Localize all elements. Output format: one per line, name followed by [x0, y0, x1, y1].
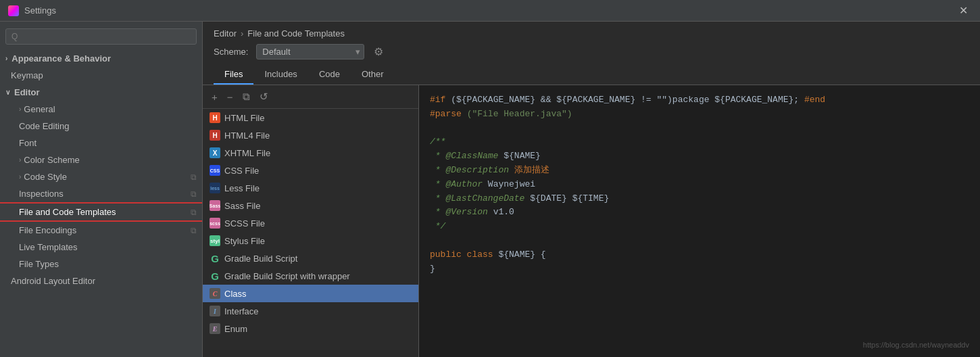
sidebar-item-label: Live Templates — [19, 242, 77, 252]
sidebar-item-label: General — [24, 104, 55, 114]
sidebar-item-label: Keymap — [11, 70, 43, 80]
sidebar-item-file-encodings[interactable]: File Encodings ⧉ — [0, 222, 202, 239]
code-line-lastchangedate: * @LastChangeDate ${DATE} ${TIME} — [430, 192, 969, 206]
code-keyword-if: #if — [430, 95, 445, 105]
code-preview-panel: #if (${PACKAGE_NAME} && ${PACKAGE_NAME} … — [419, 85, 980, 357]
template-list-panel: + − ⧉ ↺ H HTML File H HTML4 File — [203, 85, 419, 357]
code-line-author: * @Author Waynejwei — [430, 178, 969, 192]
template-item-label: XHTML File — [224, 148, 270, 158]
breadcrumb-editor: Editor — [214, 28, 237, 39]
template-item-label: HTML File — [224, 113, 264, 123]
html4-file-icon: H — [210, 130, 220, 141]
scheme-select[interactable]: Default Custom — [256, 44, 364, 60]
watermark: https://blog.csdn.net/wayneaddv — [863, 339, 969, 352]
template-item-class[interactable]: C Class — [203, 285, 418, 302]
tab-includes[interactable]: Includes — [253, 65, 308, 85]
sidebar-item-inspections[interactable]: Inspections ⧉ — [0, 185, 202, 202]
sidebar-item-label: Inspections — [19, 189, 64, 199]
copy-button[interactable]: ⧉ — [239, 89, 253, 104]
template-item-stylus[interactable]: styl Stylus File — [203, 232, 418, 249]
tab-files[interactable]: Files — [214, 65, 253, 85]
template-item-html4[interactable]: H HTML4 File — [203, 126, 418, 144]
expand-arrow-icon: › — [19, 156, 21, 164]
sidebar-item-file-code-templates[interactable]: File and Code Templates ⧉ — [0, 202, 202, 222]
code-line-jsdoc-end: */ — [430, 220, 969, 234]
template-item-label: Gradle Build Script — [224, 254, 297, 264]
template-item-label: HTML4 File — [224, 130, 270, 141]
sidebar-item-live-templates[interactable]: Live Templates — [0, 239, 202, 256]
scheme-select-wrapper: Default Custom — [256, 44, 364, 60]
sass-file-icon: Sass — [210, 200, 220, 211]
html-file-icon: H — [210, 112, 220, 123]
badge-icon: ⧉ — [191, 189, 197, 199]
sidebar-item-appearance[interactable]: › Appearance & Behavior — [0, 50, 202, 67]
sidebar-item-label: File Encodings — [19, 225, 76, 235]
sidebar-item-keymap[interactable]: Keymap — [0, 67, 202, 84]
sidebar-item-label: Android Layout Editor — [11, 276, 95, 286]
class-file-icon: C — [210, 288, 220, 299]
code-line-description: * @Description 添加描述 — [430, 164, 969, 178]
sidebar-item-android-layout[interactable]: Android Layout Editor — [0, 272, 202, 289]
template-item-less[interactable]: less Less File — [203, 179, 418, 197]
reset-button[interactable]: ↺ — [256, 89, 272, 104]
sidebar-item-code-editing[interactable]: Code Editing — [0, 118, 202, 135]
code-line-2: #parse ("File Header.java") — [430, 108, 969, 122]
badge-icon: ⧉ — [191, 208, 197, 217]
gradle-wrapper-file-icon: G — [210, 270, 220, 281]
sidebar-item-label: Editor — [14, 87, 40, 97]
gradle-file-icon: G — [210, 253, 220, 264]
remove-button[interactable]: − — [224, 90, 237, 104]
template-item-sass[interactable]: Sass Sass File — [203, 197, 418, 214]
sidebar-item-label: Code Style — [24, 172, 67, 182]
expand-arrow-icon: › — [19, 105, 21, 113]
sidebar-item-general[interactable]: › General — [0, 101, 202, 118]
tab-code[interactable]: Code — [308, 65, 351, 85]
template-item-html[interactable]: H HTML File — [203, 109, 418, 126]
code-blank-1 — [430, 122, 969, 136]
search-input[interactable] — [5, 28, 197, 45]
expand-arrow-icon: › — [5, 55, 7, 62]
sidebar-item-label: Code Editing — [19, 121, 69, 131]
tab-other[interactable]: Other — [351, 65, 395, 85]
template-item-gradle[interactable]: G Gradle Build Script — [203, 249, 418, 267]
sidebar-item-editor[interactable]: ∨ Editor — [0, 84, 202, 101]
breadcrumb-page: File and Code Templates — [247, 28, 345, 39]
stylus-file-icon: styl — [210, 235, 220, 246]
template-item-gradle-wrapper[interactable]: G Gradle Build Script with wrapper — [203, 267, 418, 285]
expand-arrow-icon: › — [19, 173, 21, 181]
template-item-label: Stylus File — [224, 236, 265, 246]
template-item-label: Less File — [224, 183, 260, 193]
sidebar-item-label: File and Code Templates — [19, 207, 116, 217]
sidebar-item-font[interactable]: Font — [0, 135, 202, 151]
code-line-classname: * @ClassName ${NAME} — [430, 149, 969, 164]
close-button[interactable]: ✕ — [955, 3, 972, 18]
list-toolbar: + − ⧉ ↺ — [203, 85, 418, 109]
template-item-enum[interactable]: E Enum — [203, 320, 418, 337]
template-item-xhtml[interactable]: X XHTML File — [203, 144, 418, 162]
template-item-label: Enum — [224, 324, 247, 334]
template-item-label: Sass File — [224, 201, 260, 211]
css-file-icon: CSS — [210, 165, 220, 176]
add-button[interactable]: + — [208, 90, 221, 104]
sidebar-item-code-style[interactable]: › Code Style ⧉ — [0, 168, 202, 185]
title-bar: Settings ✕ — [0, 0, 980, 22]
less-file-icon: less — [210, 183, 220, 193]
code-keyword-public: public class — [430, 249, 493, 260]
template-item-css[interactable]: CSS CSS File — [203, 162, 418, 179]
gear-button[interactable]: ⚙ — [370, 44, 387, 60]
code-blank-2 — [430, 234, 969, 248]
window-title: Settings — [24, 5, 955, 16]
sidebar-item-file-types[interactable]: File Types — [0, 256, 202, 272]
expand-arrow-icon: ∨ — [5, 89, 10, 96]
interface-file-icon: I — [210, 306, 220, 316]
template-item-scss[interactable]: scss SCSS File — [203, 214, 418, 232]
code-line-class-def: public class ${NAME} { — [430, 248, 969, 262]
sidebar-item-color-scheme[interactable]: › Color Scheme — [0, 151, 202, 168]
template-item-interface[interactable]: I Interface — [203, 302, 418, 320]
content-header: Editor › File and Code Templates Scheme:… — [203, 22, 980, 85]
sidebar-item-label: Appearance & Behavior — [11, 53, 111, 64]
scss-file-icon: scss — [210, 218, 220, 229]
breadcrumb-separator: › — [241, 28, 243, 39]
code-keyword-end: #end — [804, 95, 825, 105]
tabs-row: Files Includes Code Other — [214, 65, 969, 85]
